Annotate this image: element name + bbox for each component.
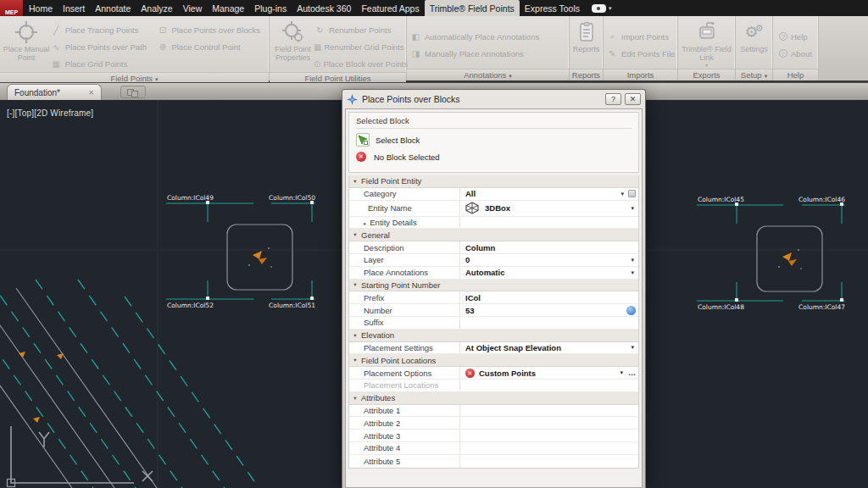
property-label: Entity Details — [370, 218, 416, 227]
attribute-1-input[interactable] — [459, 405, 638, 417]
panel-footer-label: Help — [787, 70, 804, 80]
prefix-input[interactable]: ICol — [459, 291, 638, 303]
help-icon: ? — [779, 32, 787, 41]
row-entity-details[interactable]: ▸Entity Details — [349, 217, 638, 230]
panel-footer-reports[interactable]: Reports — [570, 69, 603, 80]
help-button[interactable]: ? Help — [779, 28, 815, 45]
tab-insert[interactable]: Insert — [58, 0, 90, 16]
chevron-down-icon[interactable]: ▾ — [629, 257, 636, 263]
renumber-globe-icon[interactable] — [626, 306, 636, 315]
tab-trimble-field-points[interactable]: Trimble® Field Points — [425, 0, 520, 16]
row-attribute-2: Attribute 2 — [349, 417, 638, 430]
dialog-title-bar[interactable]: Place Points over Blocks ? ✕ — [342, 90, 645, 108]
chevron-down-icon[interactable]: ▾ — [629, 205, 636, 212]
dialog-help-button[interactable]: ? — [605, 93, 621, 105]
place-points-over-blocks-button[interactable]: ⊡ Place Points over Blocks — [156, 21, 266, 38]
tab-express-tools[interactable]: Express Tools — [520, 0, 585, 16]
section-elevation[interactable]: ▾ Elevation — [349, 330, 638, 342]
manually-place-annotations-button[interactable]: ◨ Manually Place Annotations — [409, 45, 565, 62]
ribbon-display-toggle[interactable]: ▾ — [592, 0, 612, 16]
tab-analyze[interactable]: Analyze — [136, 0, 177, 16]
panel-footer-exports[interactable]: Exports — [678, 69, 735, 80]
row-placement-options: Placement Options ✕ Custom Points ▾ … — [349, 367, 638, 380]
tab-annotate[interactable]: Annotate — [90, 0, 136, 16]
placement-settings-select[interactable]: At Object Snap Elevation ▾ — [459, 342, 638, 354]
renumber-grid-points-button[interactable]: ▦ Renumber Grid Points — [314, 38, 403, 55]
chevron-down-icon[interactable]: ▾ — [629, 344, 636, 351]
place-points-over-path-button[interactable]: ∿ Place Points over Path — [50, 38, 157, 55]
error-icon: ✕ — [465, 369, 475, 378]
panel-footer-imports[interactable]: Imports — [604, 69, 677, 80]
property-label: Suffix — [349, 318, 459, 327]
tab-home[interactable]: Home — [24, 0, 58, 16]
attribute-2-input[interactable] — [459, 417, 638, 429]
settings-label: Settings — [740, 45, 768, 53]
section-field-point-locations[interactable]: ▾ Field Point Locations — [349, 354, 638, 367]
app-logo[interactable]: MEP — [0, 0, 24, 16]
point-label: Column:ICol50 — [269, 194, 315, 202]
chevron-down-icon[interactable]: ▾ — [618, 369, 625, 376]
panel-footer-setup[interactable]: Setup▾ — [736, 69, 772, 80]
property-label: Category — [349, 189, 459, 198]
suffix-input[interactable] — [459, 317, 638, 329]
place-tracing-points-button[interactable]: ╱ Place Tracing Points — [50, 21, 157, 38]
automatically-place-annotations-button[interactable]: ◧ Automatically Place Annotations — [409, 28, 565, 45]
panel-imports: ⌕ Import Points ✎ Edit Points File Impor… — [604, 16, 678, 80]
close-icon[interactable]: ✕ — [88, 89, 94, 97]
chevron-down-icon[interactable]: ▾ — [619, 191, 626, 197]
section-field-point-entity[interactable]: ▾ Field Point Entity — [349, 175, 638, 188]
renumber-grid-icon: ▦ — [314, 42, 321, 52]
ellipsis-button[interactable]: … — [628, 369, 636, 377]
section-starting-point-number[interactable]: ▾ Starting Point Number — [349, 280, 638, 292]
attribute-5-input[interactable] — [459, 455, 638, 468]
chevron-down-icon[interactable]: ▾ — [629, 269, 636, 276]
place-control-point-label: Place Control Point — [171, 42, 240, 52]
layer-select[interactable]: 0 ▾ — [459, 254, 638, 266]
panel-footer-annotations[interactable]: Annotations▾ — [407, 69, 569, 80]
attribute-4-input[interactable] — [459, 442, 638, 454]
property-label: Entity Name — [349, 203, 459, 213]
category-select[interactable]: All ▾ — [459, 188, 638, 200]
dialog-close-button[interactable]: ✕ — [625, 93, 641, 105]
entity-name-select[interactable]: 3DBox ▾ — [459, 201, 638, 216]
tab-featured-apps[interactable]: Featured Apps — [356, 0, 424, 16]
description-input[interactable]: Column — [459, 241, 638, 253]
property-label: Placement Settings — [349, 343, 459, 352]
row-attribute-3: Attribute 3 — [349, 430, 638, 442]
field-point-properties-button[interactable]: Field Point Properties — [272, 18, 314, 72]
attribute-3-input[interactable] — [459, 430, 638, 441]
property-value: Column — [465, 243, 495, 252]
tab-view[interactable]: View — [178, 0, 208, 16]
property-value: Automatic — [465, 268, 504, 277]
tab-manage[interactable]: Manage — [207, 0, 249, 16]
tab-autodesk-360[interactable]: Autodesk 360 — [292, 0, 356, 16]
property-value: 0 — [465, 255, 470, 264]
placement-options-select[interactable]: ✕ Custom Points ▾ … — [459, 367, 638, 379]
chevron-down-icon: ▾ — [509, 73, 512, 79]
settings-button[interactable]: ⚙⚙ Settings — [738, 18, 770, 69]
trimble-field-link-button[interactable]: Trimble® Field Link ▾ — [681, 18, 732, 69]
panel-field-points: Place Manual Point ╱ Place Tracing Point… — [0, 16, 270, 80]
place-grid-points-button[interactable]: ▦ Place Grid Points — [50, 55, 157, 72]
place-manual-point-button[interactable]: Place Manual Point — [3, 18, 50, 72]
place-block-over-points-button[interactable]: ⊙ Place Block over Points — [314, 55, 403, 72]
row-category: Category All ▾ — [349, 188, 638, 201]
number-input[interactable]: 53 — [459, 304, 638, 316]
tab-plugins[interactable]: Plug-ins — [249, 0, 292, 16]
select-block-button[interactable]: Select Block — [356, 133, 632, 147]
renumber-points-button[interactable]: ↻ Renumber Points — [314, 21, 403, 38]
viewport-controls-label[interactable]: [-][Top][2D Wireframe] — [7, 108, 93, 118]
new-drawing-button[interactable] — [120, 86, 146, 98]
section-general[interactable]: ▾ General — [349, 229, 638, 241]
about-button[interactable]: i About — [779, 45, 815, 62]
import-points-button[interactable]: ⌕ Import Points — [606, 28, 675, 45]
edit-points-file-button[interactable]: ✎ Edit Points File — [606, 45, 675, 62]
row-attribute-4: Attribute 4 — [349, 442, 638, 455]
place-annotations-select[interactable]: Automatic ▾ — [459, 267, 638, 279]
reports-button[interactable]: Reports — [572, 18, 600, 69]
section-attributes[interactable]: ▾ Attributes — [349, 392, 638, 405]
panel-footer-help[interactable]: Help — [773, 69, 818, 80]
place-points-over-path-label: Place Points over Path — [65, 42, 147, 52]
place-control-point-button[interactable]: ⊕ Place Control Point — [156, 38, 266, 55]
drawing-tab-foundation[interactable]: Foundation* ✕ — [7, 84, 102, 101]
